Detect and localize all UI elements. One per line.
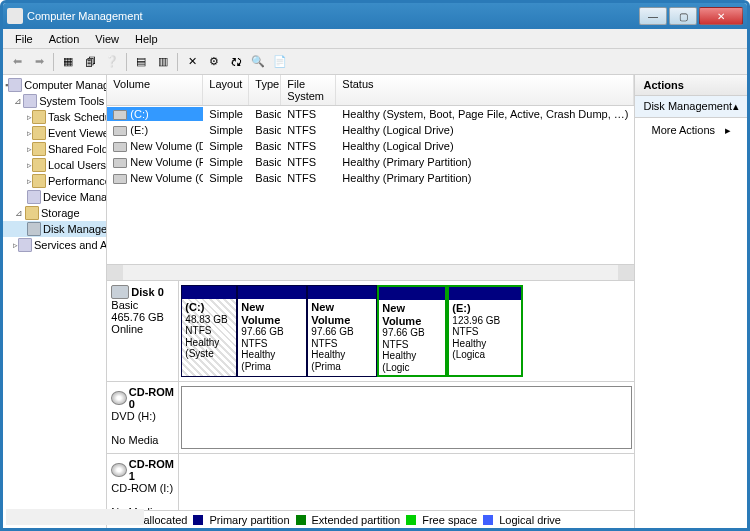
partition-map: (C:)48.83 GB NTFSHealthy (SysteNew Volum…: [179, 281, 634, 381]
legend-label: Primary partition: [209, 514, 289, 526]
tree-label: Task Scheduler: [48, 111, 107, 123]
partition[interactable]: New Volume97.66 GB NTFSHealthy (Prima: [237, 285, 307, 377]
cd-icon: [111, 463, 126, 477]
nav-tree[interactable]: ▪Computer Management (Local) ⊿System Too…: [3, 75, 107, 528]
scheduler-icon: [32, 110, 46, 124]
tree-disk-management[interactable]: Disk Management: [3, 221, 106, 237]
swatch-primary: [193, 515, 203, 525]
legend-label: Logical drive: [499, 514, 561, 526]
col-layout[interactable]: Layout: [203, 75, 249, 105]
col-status[interactable]: Status: [336, 75, 634, 105]
window-title: Computer Management: [27, 10, 143, 22]
volume-row[interactable]: (E:)SimpleBasicNTFSHealthy (Logical Driv…: [107, 122, 634, 138]
tree-root[interactable]: ▪Computer Management (Local): [3, 77, 106, 93]
menu-help[interactable]: Help: [127, 31, 166, 47]
volume-row[interactable]: New Volume (F:)SimpleBasicNTFSHealthy (P…: [107, 154, 634, 170]
tree-services[interactable]: ▹Services and Applications: [3, 237, 106, 253]
disk-icon: [27, 222, 41, 236]
horizontal-scrollbar[interactable]: [107, 264, 634, 280]
view-bottom-button[interactable]: ▥: [153, 52, 173, 72]
app-icon: [7, 8, 23, 24]
col-volume[interactable]: Volume: [107, 75, 203, 105]
disk-graphical-view[interactable]: Disk 0 Basic 465.76 GB Online (C:)48.83 …: [107, 280, 634, 510]
actions-pane: Actions Disk Management▴ More Actions▸: [635, 75, 747, 528]
titlebar[interactable]: Computer Management — ▢ ✕: [3, 3, 747, 29]
tree-label: Disk Management: [43, 223, 107, 235]
volume-row[interactable]: New Volume (D:)SimpleBasicNTFSHealthy (L…: [107, 138, 634, 154]
disk-nomedia: No Media: [111, 434, 174, 446]
tree-event-viewer[interactable]: ▹Event Viewer: [3, 125, 106, 141]
disk-size: 465.76 GB: [111, 311, 174, 323]
tree-shared-folders[interactable]: ▹Shared Folders: [3, 141, 106, 157]
tree-label: Local Users and Groups: [48, 159, 107, 171]
tree-task-scheduler[interactable]: ▹Task Scheduler: [3, 109, 106, 125]
help2-button[interactable]: 📄: [270, 52, 290, 72]
partition[interactable]: (C:)48.83 GB NTFSHealthy (Syste: [181, 285, 237, 377]
tree-local-users[interactable]: ▹Local Users and Groups: [3, 157, 106, 173]
tree-device-manager[interactable]: Device Manager: [3, 189, 106, 205]
actions-header: Actions: [635, 75, 747, 96]
hdd-icon: [111, 285, 129, 299]
disk-info[interactable]: Disk 0 Basic 465.76 GB Online: [107, 281, 179, 381]
disk-type: Basic: [111, 299, 174, 311]
tree-label: Storage: [41, 207, 80, 219]
tree-storage[interactable]: ⊿Storage: [3, 205, 106, 221]
disk-info[interactable]: CD-ROM 1 CD-ROM (I:) No Media: [107, 454, 179, 510]
perf-icon: [32, 174, 46, 188]
show-hide-tree-button[interactable]: ▦: [58, 52, 78, 72]
disk-row[interactable]: Disk 0 Basic 465.76 GB Online (C:)48.83 …: [107, 281, 634, 382]
disk-type: CD-ROM (I:): [111, 482, 174, 494]
partition[interactable]: (E:)123.96 GB NTFSHealthy (Logica: [447, 285, 523, 377]
settings-button[interactable]: ⚙: [204, 52, 224, 72]
services-icon: [18, 238, 32, 252]
partition-empty[interactable]: [181, 386, 632, 449]
properties-button[interactable]: 🗐: [80, 52, 100, 72]
tree-performance[interactable]: ▹Performance: [3, 173, 106, 189]
forward-button: ➡: [29, 52, 49, 72]
disk-row[interactable]: CD-ROM 1 CD-ROM (I:) No Media: [107, 454, 634, 510]
disk-row[interactable]: CD-ROM 0 DVD (H:) No Media: [107, 382, 634, 454]
swatch-extended: [296, 515, 306, 525]
col-type[interactable]: Type: [249, 75, 281, 105]
device-icon: [27, 190, 41, 204]
maximize-button[interactable]: ▢: [669, 7, 697, 25]
partition[interactable]: New Volume97.66 GB NTFSHealthy (Logic: [377, 285, 447, 377]
disk-label: CD-ROM 1: [129, 458, 175, 482]
rescan-button[interactable]: 🔍: [248, 52, 268, 72]
close-button[interactable]: ✕: [699, 7, 743, 25]
toolbar: ⬅ ➡ ▦ 🗐 ❔ ▤ ▥ ✕ ⚙ 🗘 🔍 📄: [3, 49, 747, 75]
tree-label: Performance: [48, 175, 107, 187]
delete-button[interactable]: ✕: [182, 52, 202, 72]
view-top-button[interactable]: ▤: [131, 52, 151, 72]
drive-icon: [113, 110, 127, 120]
disk-info[interactable]: CD-ROM 0 DVD (H:) No Media: [107, 382, 179, 453]
volume-list[interactable]: (C:)SimpleBasicNTFSHealthy (System, Boot…: [107, 106, 634, 264]
col-filesystem[interactable]: File System: [281, 75, 336, 105]
minimize-button[interactable]: —: [639, 7, 667, 25]
volume-row[interactable]: New Volume (G:)SimpleBasicNTFSHealthy (P…: [107, 170, 634, 186]
tree-system-tools[interactable]: ⊿System Tools: [3, 93, 106, 109]
disk-type: DVD (H:): [111, 410, 174, 422]
swatch-logical: [483, 515, 493, 525]
tree-label: Computer Management (Local): [24, 79, 107, 91]
legend: Unallocated Primary partition Extended p…: [107, 510, 634, 528]
actions-section[interactable]: Disk Management▴: [635, 96, 747, 118]
drive-icon: [113, 126, 127, 136]
volume-row[interactable]: (C:)SimpleBasicNTFSHealthy (System, Boot…: [107, 106, 634, 122]
event-icon: [32, 126, 46, 140]
swatch-free: [406, 515, 416, 525]
tree-scrollbar[interactable]: [6, 509, 144, 525]
folder-icon: [32, 142, 46, 156]
actions-section-label: Disk Management: [643, 100, 732, 113]
partition[interactable]: New Volume97.66 GB NTFSHealthy (Prima: [307, 285, 377, 377]
menu-file[interactable]: File: [7, 31, 41, 47]
tree-label: System Tools: [39, 95, 104, 107]
help-button[interactable]: ❔: [102, 52, 122, 72]
legend-label: Extended partition: [312, 514, 401, 526]
volume-list-header: Volume Layout Type File System Status: [107, 75, 634, 106]
menu-view[interactable]: View: [87, 31, 127, 47]
refresh-button[interactable]: 🗘: [226, 52, 246, 72]
actions-more[interactable]: More Actions▸: [635, 118, 747, 142]
drive-icon: [113, 174, 127, 184]
menu-action[interactable]: Action: [41, 31, 88, 47]
